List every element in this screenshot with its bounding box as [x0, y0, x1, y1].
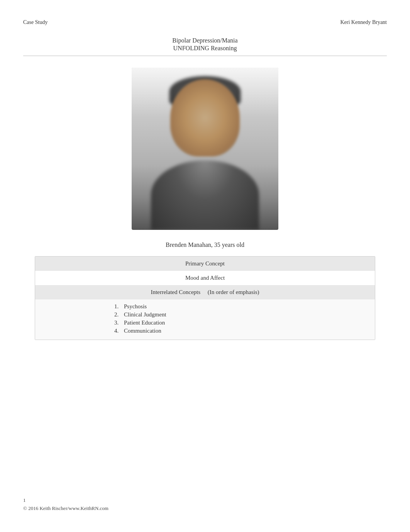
header-left: Case Study	[23, 19, 47, 25]
body-shape	[151, 160, 259, 230]
list-item: Clinical Judgment	[120, 311, 375, 318]
list-item: Patient Education	[120, 320, 375, 326]
interrelated-label: Interrelated Concepts	[151, 289, 200, 295]
interrelated-sublabel: (In order of emphasis)	[208, 289, 259, 295]
photo-background	[132, 68, 278, 230]
page-header: Case Study Keri Kennedy Bryant	[23, 19, 387, 25]
list-item: Psychosis	[120, 303, 375, 310]
title-divider	[23, 56, 387, 56]
primary-concept-label-row: Primary Concept	[35, 257, 375, 271]
footer: 1 © 2016 Keith Rischer/www.KeithRN.com	[23, 496, 108, 513]
main-title: Bipolar Depression/Mania	[23, 37, 387, 44]
page-number: 1	[23, 496, 108, 505]
head-shape	[170, 79, 240, 156]
interrelated-list-container: Psychosis Clinical Judgment Patient Educ…	[35, 299, 375, 340]
interrelated-list: Psychosis Clinical Judgment Patient Educ…	[35, 303, 375, 334]
header-right: Keri Kennedy Bryant	[340, 19, 387, 25]
title-section: Bipolar Depression/Mania UNFOLDING Reaso…	[23, 37, 387, 52]
primary-concept-value: Mood and Affect	[185, 275, 225, 281]
sub-title: UNFOLDING Reasoning	[23, 45, 387, 52]
patient-name: Brenden Manahan, 35 years old	[23, 241, 387, 248]
info-box: Primary Concept Mood and Affect Interrel…	[35, 256, 375, 340]
page-container: Case Study Keri Kennedy Bryant Bipolar D…	[0, 0, 410, 532]
primary-concept-value-row: Mood and Affect	[35, 271, 375, 285]
primary-concept-label: Primary Concept	[185, 260, 225, 267]
copyright: © 2016 Keith Rischer/www.KeithRN.com	[23, 505, 108, 513]
list-item: Communication	[120, 328, 375, 334]
interrelated-label-row: Interrelated Concepts (In order of empha…	[35, 285, 375, 299]
photo-container	[23, 68, 387, 230]
patient-photo	[132, 68, 278, 230]
